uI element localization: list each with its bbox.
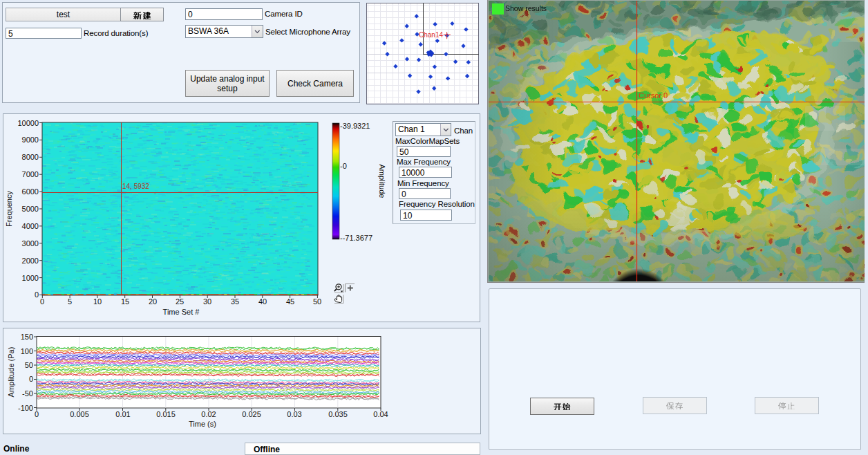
svg-text:Time Set #: Time Set # xyxy=(163,308,200,316)
svg-text:8000: 8000 xyxy=(22,153,39,161)
svg-text:Amplitude (Pa): Amplitude (Pa) xyxy=(7,347,15,398)
svg-text:Show results: Show results xyxy=(505,4,547,12)
svg-text:0: 0 xyxy=(40,297,44,306)
svg-text:0: 0 xyxy=(35,290,39,299)
svg-text:-0: -0 xyxy=(340,162,347,170)
svg-text:Time (s): Time (s) xyxy=(189,420,216,428)
svg-text:0: 0 xyxy=(29,375,33,383)
svg-text:40: 40 xyxy=(258,297,267,306)
svg-text:0: 0 xyxy=(35,410,39,418)
svg-text:0.015: 0.015 xyxy=(156,410,176,418)
svg-text:-39.9321: -39.9321 xyxy=(340,122,370,130)
svg-text:4000: 4000 xyxy=(22,222,39,230)
svg-text:50: 50 xyxy=(25,361,33,369)
svg-text:30: 30 xyxy=(203,297,211,306)
svg-text:0.03: 0.03 xyxy=(287,410,301,418)
svg-text:3000: 3000 xyxy=(22,239,39,248)
svg-text:5000: 5000 xyxy=(22,205,39,213)
svg-text:0.025: 0.025 xyxy=(242,410,261,418)
svg-text:6000: 6000 xyxy=(22,187,39,196)
svg-text:10000: 10000 xyxy=(17,119,39,127)
svg-text:--71.3677: --71.3677 xyxy=(340,234,372,242)
svg-text:0.005: 0.005 xyxy=(70,410,89,418)
svg-text:-100: -100 xyxy=(18,404,33,412)
svg-text:Amplitude: Amplitude xyxy=(378,165,386,198)
svg-text:150: 150 xyxy=(21,333,33,341)
svg-text:15: 15 xyxy=(121,297,129,306)
svg-text:35: 35 xyxy=(231,297,239,306)
svg-text:14, 5932: 14, 5932 xyxy=(122,183,149,190)
svg-text:45: 45 xyxy=(286,297,294,306)
svg-text:Frequency: Frequency xyxy=(5,191,13,227)
svg-text:0.01: 0.01 xyxy=(115,410,130,418)
svg-text:0.02: 0.02 xyxy=(201,410,216,418)
svg-text:50: 50 xyxy=(313,297,321,306)
svg-text:-50: -50 xyxy=(22,389,33,398)
svg-text:5: 5 xyxy=(68,297,72,306)
svg-text:0.04: 0.04 xyxy=(373,410,388,418)
svg-text:7000: 7000 xyxy=(22,170,39,178)
svg-text:2000: 2000 xyxy=(22,257,39,265)
svg-text:10: 10 xyxy=(93,297,102,306)
svg-text:9000: 9000 xyxy=(22,136,39,144)
svg-text:0.035: 0.035 xyxy=(328,410,348,418)
svg-text:1000: 1000 xyxy=(22,274,39,282)
svg-text:Cursor 0: Cursor 0 xyxy=(639,91,668,100)
svg-text:20: 20 xyxy=(149,297,157,306)
svg-text:100: 100 xyxy=(21,347,33,355)
svg-text:25: 25 xyxy=(176,297,184,306)
